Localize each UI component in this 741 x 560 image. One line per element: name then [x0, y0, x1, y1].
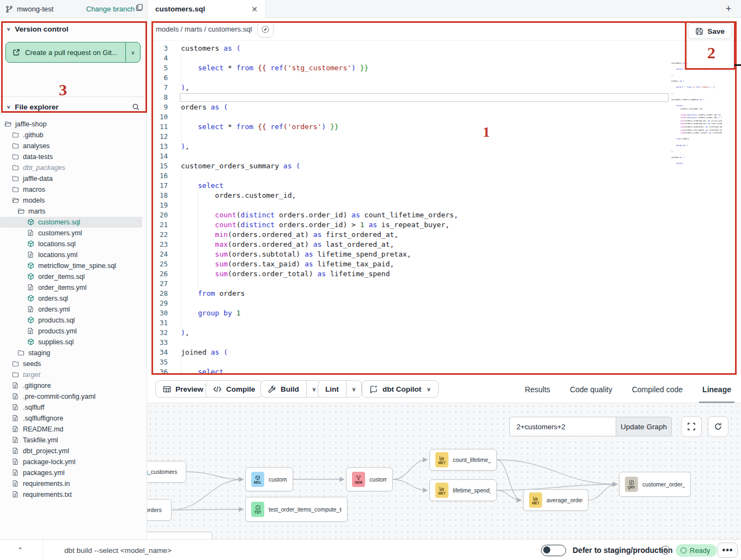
lineage-node-test_order_items_compute_to_bools...[interactable]: TSTtest_order_items_compute_to_bools... — [245, 497, 348, 522]
file-tree-item-data-tests[interactable]: data-tests — [0, 151, 147, 162]
file-tree-item-metricflow_time_spine.sql[interactable]: metricflow_time_spine.sql — [0, 260, 147, 271]
build-button[interactable]: Build — [261, 381, 306, 397]
file-tree-item-staging[interactable]: staging — [0, 348, 147, 358]
code-editor[interactable]: 23customers as (45select * from {{ ref('… — [147, 41, 741, 376]
file-tree-item-.pre-commit-config.yaml[interactable]: .pre-commit-config.yaml — [0, 391, 147, 402]
code-line-31[interactable]: 31 — [147, 318, 741, 328]
dbt-copilot-button[interactable]: dbt Copilot ∨ — [362, 380, 439, 398]
file-tree-item-dbt_packages[interactable]: dbt_packages — [0, 162, 147, 173]
tab-compiled-code[interactable]: Compiled code — [622, 376, 693, 403]
tab-lineage[interactable]: Lineage — [693, 376, 741, 403]
code-line-15[interactable]: 15customer_orders_summary as ( — [147, 161, 741, 171]
fullscreen-button[interactable] — [681, 416, 702, 437]
file-tree-item-order_items.yml[interactable]: order_items.yml — [0, 282, 147, 293]
lineage-node-customers[interactable]: SEMcustomers — [346, 467, 393, 491]
code-line-21[interactable]: 21count(distinct orders.order_id) > 1 as… — [147, 220, 741, 230]
code-line-24[interactable]: 24sum(orders.subtotal) as lifetime_spend… — [147, 249, 741, 259]
version-control-header[interactable]: ∨ Version control — [0, 18, 147, 38]
file-tree-item-order_items.sql[interactable]: order_items.sql — [0, 271, 147, 282]
more-options-button[interactable]: ••• — [718, 543, 738, 558]
code-line-20[interactable]: 20count(distinct orders.order_id) as cou… — [147, 210, 741, 220]
file-tree-item-macros[interactable]: macros — [0, 184, 147, 195]
lineage-node-average_order_value[interactable]: METaverage_order_value — [523, 489, 588, 511]
file-tree-item-locations.sql[interactable]: locations.sql — [0, 239, 147, 249]
editor-tab-customers-sql[interactable]: customers.sql ✕ — [147, 0, 266, 18]
file-tree-item-target[interactable]: target — [0, 369, 147, 380]
code-line-29[interactable]: 29 — [147, 299, 741, 308]
refresh-button[interactable] — [708, 416, 728, 437]
file-tree-item-orders.sql[interactable]: orders.sql — [0, 293, 147, 304]
code-line-12[interactable]: 12 — [147, 132, 741, 142]
file-explorer-header[interactable]: ∨ File explorer — [7, 103, 59, 111]
file-tree-item-customers.yml[interactable]: customers.yml — [0, 228, 147, 239]
lint-button[interactable]: Lint — [318, 381, 346, 397]
lineage-node-lifetime_spend_pretax[interactable]: METlifetime_spend_pretax — [429, 479, 497, 501]
code-line-16[interactable]: 16 — [147, 171, 741, 181]
code-line-27[interactable]: 27 — [147, 279, 741, 289]
tab-code-quality[interactable]: Code quality — [560, 376, 622, 403]
code-line-9[interactable]: 9orders as ( — [147, 102, 741, 112]
code-line-10[interactable]: 10 — [147, 112, 741, 122]
code-line-14[interactable]: 14 — [147, 151, 741, 161]
code-line-6[interactable]: 6 — [147, 73, 741, 83]
command-input[interactable]: dbt build --select <model_name> — [64, 540, 172, 560]
search-icon[interactable] — [132, 103, 140, 111]
file-tree-item-Taskfile.yml[interactable]: Taskfile.yml — [0, 435, 147, 446]
file-tree-item-requirements.in[interactable]: requirements.in — [0, 478, 147, 489]
minimap[interactable]: customers as ( select * from {{ ref('stg… — [671, 59, 722, 271]
defer-toggle[interactable] — [541, 545, 566, 556]
save-button[interactable]: Save — [688, 23, 732, 39]
code-line-13[interactable]: 13), — [147, 142, 741, 151]
code-line-28[interactable]: 28from orders — [147, 289, 741, 299]
copilot-compass-button[interactable] — [257, 21, 274, 38]
copy-branch-icon[interactable] — [135, 3, 144, 12]
code-line-17[interactable]: 17select — [147, 181, 741, 191]
file-tree-item-marts[interactable]: marts — [0, 206, 147, 217]
code-line-11[interactable]: 11select * from {{ ref('orders') }} — [147, 122, 741, 132]
update-graph-button[interactable]: Update Graph — [616, 417, 672, 436]
code-line-8[interactable]: 8 — [147, 93, 741, 102]
lineage-node-partial[interactable] — [147, 532, 212, 539]
file-tree-item-orders.yml[interactable]: orders.yml — [0, 304, 147, 315]
code-line-5[interactable]: 5select * from {{ ref('stg_customers') }… — [147, 63, 741, 73]
code-line-18[interactable]: 18orders.customer_id, — [147, 191, 741, 200]
file-tree-item-dbt_project.yml[interactable]: dbt_project.yml — [0, 446, 147, 456]
tab-results[interactable]: Results — [515, 376, 560, 403]
code-line-35[interactable]: 35 — [147, 357, 741, 367]
lineage-canvas[interactable]: MDLstg_customersMDLordersMDLcustomersTST… — [147, 403, 741, 539]
lineage-node-count_lifetime_orders[interactable]: METcount_lifetime_orders — [429, 449, 497, 471]
file-tree-item-seeds[interactable]: seeds — [0, 358, 147, 369]
code-line-23[interactable]: 23max(orders.ordered_at) as last_ordered… — [147, 240, 741, 249]
file-tree-item-.github[interactable]: .github — [0, 130, 147, 141]
new-tab-button[interactable]: + — [722, 3, 734, 15]
code-line-34[interactable]: 34joined as ( — [147, 348, 741, 357]
file-tree-item-locations.yml[interactable]: locations.yml — [0, 249, 147, 260]
create-pull-request-button[interactable]: Create a pull request on Git... ∨ — [5, 42, 141, 63]
code-line-4[interactable]: 4 — [147, 53, 741, 63]
code-line-19[interactable]: 19 — [147, 200, 741, 210]
file-tree-item-requirements.txt[interactable]: requirements.txt — [0, 489, 147, 500]
code-line-7[interactable]: 7), — [147, 83, 741, 93]
code-line-3[interactable]: 3customers as ( — [147, 44, 741, 53]
file-tree-item-supplies.sql[interactable]: supplies.sql — [0, 337, 147, 348]
tab-close-icon[interactable]: ✕ — [251, 5, 258, 14]
file-tree-item-products.sql[interactable]: products.sql — [0, 315, 147, 326]
file-tree-item-.gitignore[interactable]: .gitignore — [0, 380, 147, 391]
file-tree-item-jaffle-shop[interactable]: jaffle-shop — [0, 119, 147, 130]
code-line-33[interactable]: 33 — [147, 338, 741, 348]
code-line-30[interactable]: 30group by 1 — [147, 308, 741, 318]
file-tree-item-package-lock.yml[interactable]: package-lock.yml — [0, 456, 147, 467]
preview-button[interactable]: Preview — [155, 380, 211, 398]
file-tree-item-jaffle-data[interactable]: jaffle-data — [0, 173, 147, 184]
file-tree-item-.sqlfluffignore[interactable]: .sqlfluffignore — [0, 413, 147, 424]
code-line-25[interactable]: 25sum(orders.tax_paid) as lifetime_tax_p… — [147, 259, 741, 269]
change-branch-link[interactable]: Change branch — [86, 0, 135, 18]
lint-dropdown-chevron-icon[interactable]: ∨ — [347, 386, 361, 392]
file-tree-item-.sqlfluff[interactable]: .sqlfluff — [0, 402, 147, 413]
chevron-up-icon[interactable]: ⌃ — [14, 544, 26, 556]
code-line-26[interactable]: 26sum(orders.order_total) as lifetime_sp… — [147, 269, 741, 279]
file-tree-item-customers.sql[interactable]: customers.sql — [0, 217, 142, 228]
file-tree-item-README.md[interactable]: README.md — [0, 424, 147, 435]
file-tree-item-products.yml[interactable]: products.yml — [0, 326, 147, 337]
lineage-selector-input[interactable]: 2+customers+2 — [509, 417, 616, 436]
